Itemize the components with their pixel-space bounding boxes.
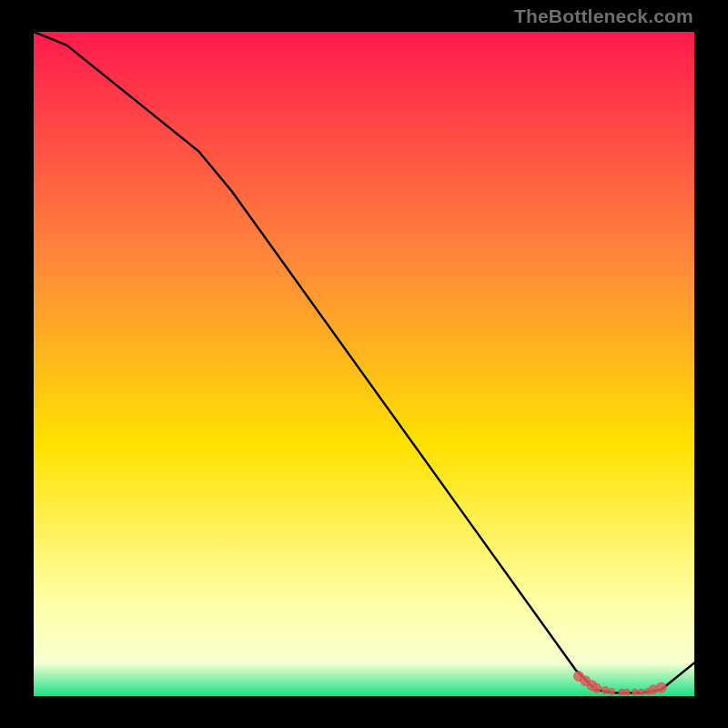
plot-svg xyxy=(34,32,694,696)
data-marker xyxy=(656,682,666,693)
marker-group xyxy=(573,672,666,696)
chart-frame: TheBottleneck.com xyxy=(0,0,728,728)
data-marker xyxy=(623,689,630,695)
bottleneck-curve xyxy=(34,32,694,693)
watermark-label: TheBottleneck.com xyxy=(514,5,693,27)
plot-area xyxy=(34,32,694,696)
data-marker xyxy=(602,686,609,693)
data-marker xyxy=(632,689,638,695)
data-marker xyxy=(609,688,615,694)
data-marker xyxy=(638,689,644,695)
data-marker xyxy=(592,683,602,693)
